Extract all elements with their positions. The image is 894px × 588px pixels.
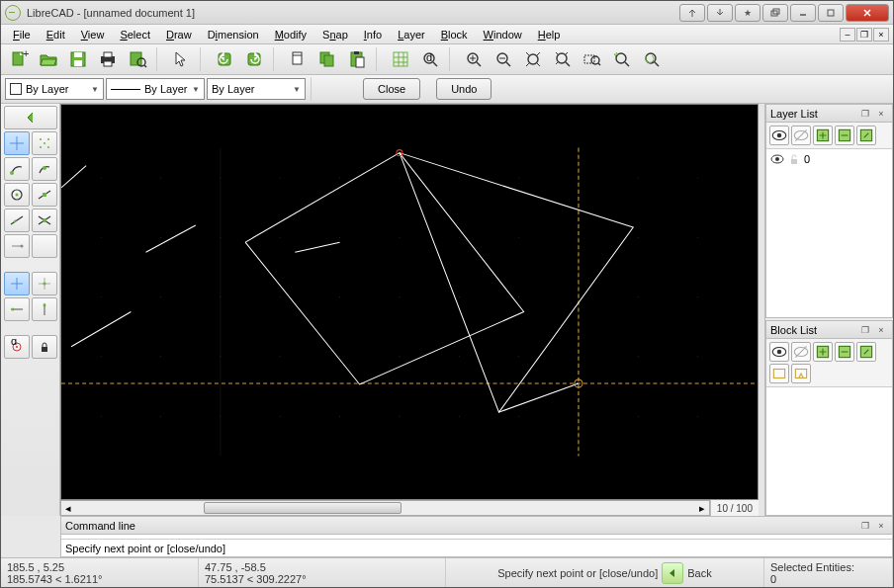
block-panel-float-button[interactable]: ❐ xyxy=(858,323,872,337)
relzero-button[interactable]: d xyxy=(4,335,30,359)
snap-free-button[interactable] xyxy=(32,131,57,155)
close-button-label: Close xyxy=(378,83,405,95)
snap-grid-button[interactable] xyxy=(4,131,30,155)
win-cascade-button[interactable] xyxy=(762,4,788,22)
layer-panel-close-button[interactable]: × xyxy=(874,107,888,121)
tool-back-button[interactable] xyxy=(4,106,57,129)
restrict-h-button[interactable] xyxy=(32,272,57,295)
snap-dist-button[interactable] xyxy=(4,209,30,232)
block-edit-button[interactable] xyxy=(769,364,789,383)
layer-panel-float-button[interactable]: ❐ xyxy=(858,107,872,121)
restrict-v2-button[interactable] xyxy=(32,297,57,321)
save-button[interactable] xyxy=(64,46,92,72)
block-hideall-button[interactable] xyxy=(791,342,811,362)
svg-point-112 xyxy=(280,416,281,417)
win-star-button[interactable]: ★ xyxy=(735,4,760,22)
block-insert-button[interactable] xyxy=(791,364,811,383)
menu-window[interactable]: Window xyxy=(476,27,530,42)
snap-intersect-button[interactable] xyxy=(32,209,57,232)
snap-middle-button[interactable] xyxy=(32,183,57,207)
menu-select[interactable]: Select xyxy=(112,27,158,42)
copy-button[interactable] xyxy=(313,46,341,72)
zoom-window-button[interactable] xyxy=(579,46,606,72)
snap-on-entity-button[interactable] xyxy=(32,157,57,181)
close-polyline-button[interactable]: Close xyxy=(363,78,420,100)
open-button[interactable] xyxy=(35,46,62,72)
minimize-button[interactable] xyxy=(790,4,816,22)
block-showall-button[interactable] xyxy=(769,342,789,362)
zoom-out-button[interactable] xyxy=(490,46,517,72)
mdi-close-button[interactable]: × xyxy=(873,28,889,42)
menu-draw[interactable]: Draw xyxy=(158,27,200,42)
window-title: LibreCAD - [unnamed document 1] xyxy=(27,7,679,19)
mdi-minimize-button[interactable]: – xyxy=(840,28,855,42)
menu-help[interactable]: Help xyxy=(530,27,569,42)
menu-block[interactable]: Block xyxy=(433,27,476,42)
menu-file[interactable]: File xyxy=(5,27,39,42)
sel-ent-label: Selected Entities: xyxy=(770,561,886,573)
back-button[interactable] xyxy=(662,562,683,584)
svg-rect-8 xyxy=(74,60,82,66)
width-combo[interactable]: By Layer ▼ xyxy=(106,78,205,100)
svg-line-127 xyxy=(71,312,131,347)
drawing-canvas[interactable] xyxy=(60,104,759,500)
block-panel-close-button[interactable]: × xyxy=(874,323,888,337)
restrict-nothing2-button[interactable] xyxy=(32,234,57,258)
restrict-v-button[interactable] xyxy=(4,297,30,321)
mdi-restore-button[interactable]: ❐ xyxy=(856,28,872,42)
snap-center-button[interactable] xyxy=(4,183,30,207)
layer-row[interactable]: 0 xyxy=(768,151,890,167)
menu-info[interactable]: Info xyxy=(356,27,390,42)
menu-view[interactable]: View xyxy=(73,27,113,42)
menu-dimension[interactable]: Dimension xyxy=(200,27,267,42)
layer-add-button[interactable] xyxy=(813,126,833,145)
new-button[interactable]: + xyxy=(5,46,33,72)
layer-remove-button[interactable] xyxy=(835,126,854,145)
cmd-panel-close-button[interactable]: × xyxy=(874,519,888,533)
layer-edit-button[interactable] xyxy=(856,126,876,145)
zoom-prev-button[interactable] xyxy=(549,46,577,72)
undo-segment-button[interactable]: Undo xyxy=(436,78,492,100)
svg-line-124 xyxy=(61,166,86,188)
pointer-button[interactable] xyxy=(167,46,195,72)
lockrelzero-button[interactable] xyxy=(32,335,57,359)
maximize-button[interactable] xyxy=(818,4,844,22)
zoom-auto-button[interactable] xyxy=(519,46,547,72)
menu-edit[interactable]: Edit xyxy=(39,27,73,42)
print-preview-button[interactable] xyxy=(124,46,151,72)
menu-layer[interactable]: Layer xyxy=(390,27,433,42)
svg-point-115 xyxy=(459,416,460,417)
zoom-draft-button[interactable]: d xyxy=(416,46,444,72)
canvas-h-scrollbar[interactable]: ◂ ▸ xyxy=(60,500,710,516)
linetype-combo[interactable]: By Layer ▼ xyxy=(207,78,306,100)
grid-toggle-button[interactable] xyxy=(387,46,414,72)
layer-showall-button[interactable] xyxy=(769,126,789,145)
svg-point-101 xyxy=(280,356,281,357)
svg-line-128 xyxy=(499,383,579,412)
block-attr-button[interactable] xyxy=(856,342,876,362)
paste-button[interactable] xyxy=(343,46,371,72)
undo-button[interactable] xyxy=(211,46,238,72)
color-combo[interactable]: By Layer ▼ xyxy=(5,78,104,100)
print-button[interactable] xyxy=(94,46,122,72)
menu-modify[interactable]: Modify xyxy=(267,27,314,42)
redo-button[interactable] xyxy=(240,46,268,72)
zoom-redraw-button[interactable] xyxy=(638,46,666,72)
zoom-in-button[interactable] xyxy=(460,46,488,72)
svg-rect-3 xyxy=(828,10,834,16)
snap-endpoint-button[interactable] xyxy=(4,157,30,181)
svg-point-53 xyxy=(43,218,46,222)
menu-snap[interactable]: Snap xyxy=(314,27,356,42)
layer-hideall-button[interactable] xyxy=(791,126,811,145)
svg-point-82 xyxy=(459,237,460,238)
close-window-button[interactable] xyxy=(846,4,889,22)
zoom-pan-button[interactable] xyxy=(608,46,636,72)
block-add-button[interactable] xyxy=(813,342,833,362)
win-down-button[interactable] xyxy=(707,4,733,22)
win-help-button[interactable] xyxy=(679,4,705,22)
block-remove-button[interactable] xyxy=(835,342,854,362)
restrict-nothing-button[interactable] xyxy=(4,234,30,258)
cut-button[interactable] xyxy=(284,46,312,72)
restrict-ortho-button[interactable] xyxy=(4,272,30,295)
cmd-panel-float-button[interactable]: ❐ xyxy=(858,519,872,533)
